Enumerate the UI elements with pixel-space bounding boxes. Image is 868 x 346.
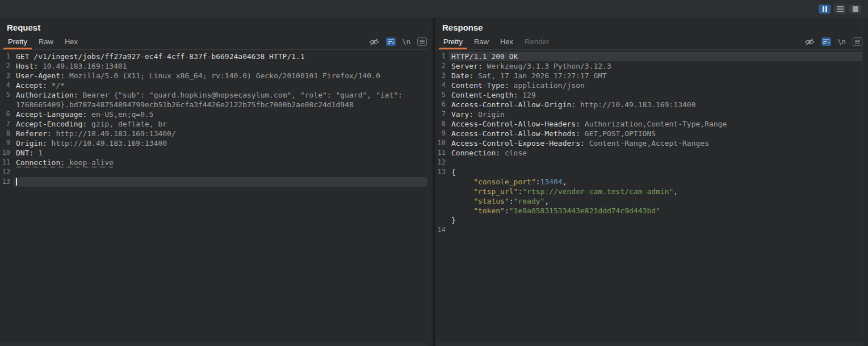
code-segment: } bbox=[451, 216, 456, 225]
code-segment: Origin: bbox=[16, 139, 47, 147]
code-line[interactable]: "status":"ready", bbox=[435, 196, 868, 206]
layout-columns-button[interactable] bbox=[819, 5, 831, 14]
line-number: 10 bbox=[0, 148, 14, 158]
response-panel-title: Response bbox=[435, 18, 868, 34]
code-segment: Mozilla/5.0 (X11; Linux x86_64; rv:140.0… bbox=[65, 71, 380, 80]
layout-single-button[interactable] bbox=[849, 5, 861, 14]
code-segment: GET /v1/ingest/jobs/ff27a927-ec4f-4cff-8… bbox=[16, 52, 305, 61]
code-line[interactable]: 10DNT: 1 bbox=[0, 148, 433, 158]
code-line[interactable]: 11Connection: close bbox=[435, 148, 868, 158]
line-content: User-Agent: Mozilla/5.0 (X11; Linux x86_… bbox=[14, 71, 433, 81]
request-editor[interactable]: 1GET /v1/ingest/jobs/ff27a927-ec4f-4cff-… bbox=[0, 50, 433, 341]
code-line[interactable]: 12 bbox=[0, 167, 433, 177]
line-content: Accept: */* bbox=[14, 81, 433, 90]
word-wrap-icon[interactable] bbox=[386, 37, 396, 47]
request-tab-hex[interactable]: Hex bbox=[59, 34, 83, 49]
code-line[interactable]: 8Referer: http://10.49.183.169:13400/ bbox=[0, 129, 433, 138]
code-line[interactable]: 2Host: 10.49.183.169:13401 bbox=[0, 61, 433, 71]
code-line[interactable]: 2Server: Werkzeug/3.1.3 Python/3.12.3 bbox=[435, 61, 868, 71]
code-segment: : bbox=[536, 178, 540, 186]
line-number bbox=[435, 177, 449, 187]
code-line[interactable]: 6Access-Control-Allow-Origin: http://10.… bbox=[435, 100, 868, 109]
code-line[interactable]: 3User-Agent: Mozilla/5.0 (X11; Linux x86… bbox=[0, 71, 433, 81]
line-number: 10 bbox=[435, 138, 449, 148]
code-line[interactable]: 3Date: Sat, 17 Jan 2026 17:27:17 GMT bbox=[435, 71, 868, 81]
code-line[interactable]: } bbox=[435, 216, 868, 225]
code-segment: : bbox=[505, 206, 509, 215]
line-content: Access-Control-Allow-Origin: http://10.4… bbox=[449, 100, 868, 109]
code-line[interactable]: 9Access-Control-Allow-Methods: GET,POST,… bbox=[435, 129, 868, 138]
request-tabs: Pretty Raw Hex bbox=[2, 34, 83, 49]
code-line[interactable]: 4Accept: */* bbox=[0, 81, 433, 90]
code-segment: http://10.49.183.169:13400 bbox=[47, 139, 167, 147]
code-line[interactable]: 8Access-Control-Allow-Headers: Authoriza… bbox=[435, 119, 868, 129]
line-content: HTTP/1.1 200 OK bbox=[449, 52, 868, 61]
code-line[interactable]: 1GET /v1/ingest/jobs/ff27a927-ec4f-4cff-… bbox=[0, 52, 433, 61]
code-line[interactable]: 1HTTP/1.1 200 OK bbox=[435, 52, 868, 61]
code-line[interactable]: 9Origin: http://10.49.183.169:13400 bbox=[0, 138, 433, 148]
code-line[interactable]: 6Accept-Language: en-US,en;q=0.5 bbox=[0, 109, 433, 119]
code-segment: Server: bbox=[451, 62, 483, 70]
code-segment: "rtsp_url" bbox=[473, 187, 518, 196]
code-segment: Referer: bbox=[16, 129, 52, 138]
hide-eye-icon[interactable] bbox=[804, 37, 815, 47]
response-tab-render[interactable]: Render bbox=[519, 34, 555, 49]
code-segment: Sat, 17 Jan 2026 17:27:17 GMT bbox=[473, 71, 607, 80]
code-line[interactable]: 14 bbox=[435, 225, 868, 235]
code-segment: GET,POST,OPTIONS bbox=[580, 129, 656, 138]
response-tabs: Pretty Raw Hex Render bbox=[438, 34, 555, 49]
request-tab-pretty[interactable]: Pretty bbox=[2, 34, 33, 49]
request-tab-raw[interactable]: Raw bbox=[33, 34, 59, 49]
layout-rows-button[interactable] bbox=[834, 5, 846, 14]
code-segment: , bbox=[563, 178, 567, 186]
line-number: 11 bbox=[0, 158, 14, 167]
line-content: DNT: 1 bbox=[14, 148, 433, 158]
code-segment: close bbox=[500, 149, 527, 157]
menu-icon[interactable] bbox=[417, 37, 427, 47]
code-line[interactable]: "token":"1e9a05831533443e821ddd74c9d443b… bbox=[435, 206, 868, 216]
request-horizontal-scrollbar[interactable] bbox=[0, 341, 433, 346]
line-content: "status":"ready", bbox=[449, 196, 868, 206]
code-segment: Host: bbox=[16, 62, 38, 70]
response-tab-raw[interactable]: Raw bbox=[468, 34, 494, 49]
code-segment: Authorization,Content-Type,Range bbox=[580, 120, 727, 128]
code-line[interactable]: 5Authorization: Bearer {"sub": "guard.ho… bbox=[0, 90, 433, 100]
line-number: 9 bbox=[0, 138, 14, 148]
code-segment bbox=[451, 187, 473, 196]
code-segment: 1768665409}.bd787a48754894799ecb51b26cfa… bbox=[16, 100, 354, 109]
line-number: 8 bbox=[0, 129, 14, 138]
newline-icon[interactable]: \n bbox=[402, 37, 410, 47]
newline-icon[interactable]: \n bbox=[838, 37, 846, 47]
response-tab-pretty[interactable]: Pretty bbox=[438, 34, 468, 49]
http-message-editor: Request Pretty Raw Hex \n bbox=[0, 0, 868, 346]
window-toolbar bbox=[0, 0, 868, 18]
code-segment: , bbox=[673, 187, 678, 196]
code-line[interactable]: 10Access-Control-Expose-Headers: Content… bbox=[435, 138, 868, 148]
code-line[interactable]: "rtsp_url":"rtsp://vendor-cam.test/cam-a… bbox=[435, 187, 868, 196]
response-editor-icons: \n bbox=[804, 34, 862, 49]
word-wrap-icon[interactable] bbox=[821, 37, 831, 47]
code-line[interactable]: "console_port":13404, bbox=[435, 177, 868, 187]
code-line[interactable]: 13 bbox=[0, 177, 433, 187]
code-segment: application/json bbox=[509, 81, 585, 90]
code-segment: Bearer {"sub": "guard.hopkins@hopsecasyl… bbox=[78, 91, 402, 99]
response-horizontal-scrollbar[interactable] bbox=[435, 341, 868, 346]
code-line[interactable]: 4Content-Type: application/json bbox=[435, 81, 868, 90]
line-content bbox=[449, 225, 868, 235]
code-line[interactable]: 5Content-Length: 129 bbox=[435, 90, 868, 100]
code-line[interactable]: 11Connection: keep-alive bbox=[0, 158, 433, 167]
menu-icon[interactable] bbox=[853, 37, 862, 47]
code-segment: Access-Control-Allow-Methods: bbox=[451, 129, 580, 138]
response-vertical-scrollbar[interactable] bbox=[862, 18, 868, 346]
line-number: 2 bbox=[435, 61, 449, 71]
code-line[interactable]: 13{ bbox=[435, 167, 868, 177]
request-vertical-scrollbar[interactable] bbox=[427, 18, 433, 346]
hide-eye-icon[interactable] bbox=[369, 37, 379, 47]
code-segment: Date: bbox=[451, 71, 473, 80]
code-line[interactable]: 7Accept-Encoding: gzip, deflate, br bbox=[0, 119, 433, 129]
code-line[interactable]: 12 bbox=[435, 158, 868, 167]
code-line[interactable]: 7Vary: Origin bbox=[435, 109, 868, 119]
response-tab-hex[interactable]: Hex bbox=[494, 34, 519, 49]
response-editor[interactable]: 1HTTP/1.1 200 OK2Server: Werkzeug/3.1.3 … bbox=[435, 50, 868, 341]
code-line[interactable]: 1768665409}.bd787a48754894799ecb51b26cfa… bbox=[0, 100, 433, 109]
